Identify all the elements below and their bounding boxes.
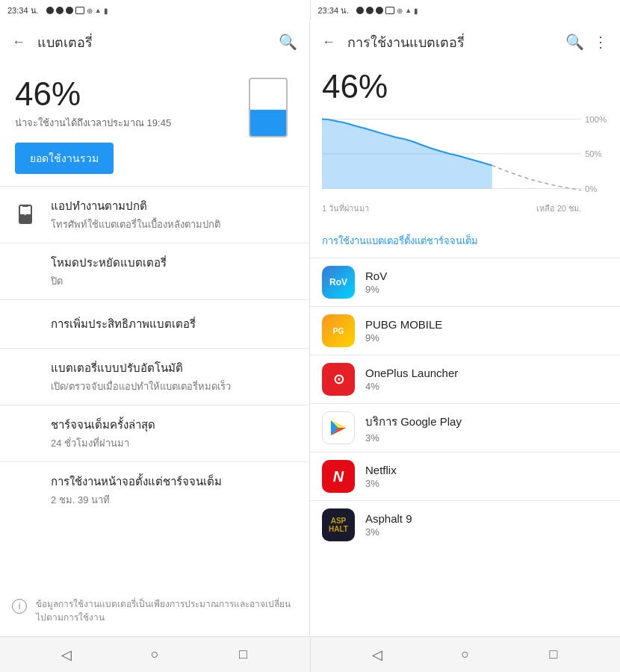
home-nav-right[interactable]: ○ <box>454 644 477 666</box>
netflix-info: Netflix 3% <box>365 464 608 489</box>
svg-text:50%: 50% <box>585 149 602 158</box>
main-area: ← แบตเตอรี่ 🔍 46% น่าจะใช้งานได้ถึงเวลาป… <box>0 21 620 636</box>
oneplus-icon: ⊙ <box>322 363 355 396</box>
status-icons-left: ⊕ ▲ ▮ <box>46 7 108 15</box>
recents-nav-left[interactable]: □ <box>232 644 254 666</box>
list-item-app-normal[interactable]: แอปทำงานตามปกติ โทรศัพท์ใช้แบตเตอรี่ในเบ… <box>0 187 309 243</box>
home-nav-left[interactable]: ○ <box>143 644 166 666</box>
app-normal-content: แอปทำงานตามปกติ โทรศัพท์ใช้แบตเตอรี่ในเบ… <box>51 197 297 232</box>
battery-percent-left: 46% <box>15 78 242 111</box>
googleplay-info: บริการ Google Play 3% <box>365 413 608 444</box>
adaptive-battery-title: แบตเตอรี่แบบปรับอัตโนมัติ <box>51 359 297 377</box>
nfc-icon-r: ⊕ <box>397 7 403 15</box>
oneplus-name: OnePlus Launcher <box>365 367 608 379</box>
screen-usage-title: การใช้งานหน้าจอตั้งแต่ชาร์จจนเต็ม <box>51 473 297 491</box>
adaptive-battery-subtitle: เปิด/ตรวจจับเมื่อแอปทำให้แบตเตอรี่หมดเร็… <box>51 379 297 394</box>
img-icon-r <box>385 7 394 14</box>
adaptive-battery-content: แบตเตอรี่แบบปรับอัตโนมัติ เปิด/ตรวจจับเม… <box>51 359 297 394</box>
svg-text:0%: 0% <box>585 184 597 193</box>
app-item-asphalt[interactable]: ASPHALT Asphalt 9 3% <box>310 501 620 549</box>
netflix-usage: 3% <box>365 478 608 489</box>
last-charged-icon <box>12 420 39 447</box>
usage-summary-button[interactable]: ยอดใช้งานรวม <box>15 143 114 174</box>
time-left: 23:34 น. <box>7 4 39 17</box>
dot1-icon <box>56 7 63 14</box>
chart-labels-bottom: 1 วันที่ผ่านมา เหลือ 20 ชม. <box>322 202 608 215</box>
rov-usage: 9% <box>365 284 608 295</box>
left-top-icons: 🔍 <box>279 33 297 51</box>
rov-name: RoV <box>365 270 608 282</box>
battery-icon-left: ▮ <box>104 7 108 15</box>
svg-rect-2 <box>19 214 31 223</box>
right-top-icons: 🔍 ⋮ <box>565 33 608 51</box>
chart-label-start: 1 วันที่ผ่านมา <box>322 202 369 215</box>
usage-link[interactable]: การใช้งานแบตเตอรี่ตั้งแต่ชาร์จจนเต็ม <box>310 227 620 258</box>
screen-usage-icon <box>12 477 39 504</box>
time-right: 23:34 น. <box>318 4 350 17</box>
right-panel-title: การใช้งานแบตเตอรี่ <box>347 31 565 53</box>
pubg-icon: PG <box>322 314 355 347</box>
back-nav-right[interactable]: ◁ <box>366 644 388 666</box>
app-item-googleplay[interactable]: บริการ Google Play 3% <box>310 404 620 452</box>
list-item-last-charged[interactable]: ชาร์จจนเต็มครั้งล่าสุด 24 ชั่วโมงที่ผ่าน… <box>0 405 309 461</box>
battery-save-icon <box>12 258 39 285</box>
battery-chart-svg: 100% 50% 0% <box>322 109 608 199</box>
left-top-bar: ← แบตเตอรี่ 🔍 <box>0 21 309 63</box>
last-charged-title: ชาร์จจนเต็มครั้งล่าสุด <box>51 416 297 434</box>
list-item-battery-save[interactable]: โหมดประหยัดแบตเตอรี่ ปิด <box>0 243 309 299</box>
battery-info: 46% น่าจะใช้งานได้ถึงเวลาประมาณ 19:45 ยอ… <box>15 78 242 174</box>
dot2-icon-r <box>376 7 383 14</box>
chart-label-end: เหลือ 20 ชม. <box>536 202 581 215</box>
googleplay-name: บริการ Google Play <box>365 413 608 431</box>
app-item-netflix[interactable]: N Netflix 3% <box>310 452 620 500</box>
svg-rect-1 <box>22 205 28 207</box>
last-charged-subtitle: 24 ชั่วโมงที่ผ่านมา <box>51 435 297 451</box>
list-item-battery-enhance[interactable]: การเพิ่มประสิทธิภาพแบตเตอรี่ <box>0 300 309 348</box>
nav-left: ◁ ○ □ <box>0 637 310 672</box>
app-item-pubg[interactable]: PG PUBG MOBILE 9% <box>310 307 620 355</box>
right-panel: ← การใช้งานแบตเตอรี่ 🔍 ⋮ 46% <box>310 21 620 636</box>
asphalt-info: Asphalt 9 3% <box>365 512 608 538</box>
search-icon-right[interactable]: 🔍 <box>565 33 584 51</box>
screen-usage-content: การใช้งานหน้าจอตั้งแต่ชาร์จจนเต็ม 2 ชม. … <box>51 473 297 508</box>
battery-fill <box>250 110 286 136</box>
back-button-right[interactable]: ← <box>322 34 335 50</box>
right-top-bar: ← การใช้งานแบตเตอรี่ 🔍 ⋮ <box>310 21 620 63</box>
dot1-icon-r <box>366 7 373 14</box>
pubg-name: PUBG MOBILE <box>365 318 608 331</box>
back-nav-left[interactable]: ◁ <box>55 644 78 666</box>
app-item-oneplus[interactable]: ⊙ OnePlus Launcher 4% <box>310 355 620 403</box>
pubg-usage: 9% <box>365 332 608 343</box>
info-note: i ข้อมูลการใช้งานแบตเตอรี่เป็นเพียงการปร… <box>0 585 309 636</box>
more-icon-right[interactable]: ⋮ <box>593 33 608 51</box>
asphalt-name: Asphalt 9 <box>365 512 608 525</box>
status-icons-right: ⊕ ▲ ▮ <box>356 7 418 15</box>
list-item-adaptive-battery[interactable]: แบตเตอรี่แบบปรับอัตโนมัติ เปิด/ตรวจจับเม… <box>0 349 309 405</box>
battery-save-content: โหมดประหยัดแบตเตอรี่ ปิด <box>51 254 297 289</box>
screen-usage-subtitle: 2 ชม. 39 นาที <box>51 492 297 508</box>
battery-icon-container <box>242 78 294 137</box>
back-button-left[interactable]: ← <box>12 34 25 50</box>
img-icon <box>75 7 84 14</box>
battery-enhance-content: การเพิ่มประสิทธิภาพแบตเตอรี่ <box>51 315 297 333</box>
recents-nav-right[interactable]: □ <box>542 644 565 666</box>
app-item-rov[interactable]: RoV RoV 9% <box>310 258 620 306</box>
battery-section: 46% น่าจะใช้งานได้ถึงเวลาประมาณ 19:45 ยอ… <box>0 63 309 186</box>
nfc-icon: ⊕ <box>87 7 93 15</box>
netflix-icon: N <box>322 460 355 493</box>
search-icon-left[interactable]: 🔍 <box>279 33 297 51</box>
mail-icon-r <box>356 7 364 14</box>
pubg-info: PUBG MOBILE 9% <box>365 318 608 343</box>
app-normal-subtitle: โทรศัพท์ใช้แบตเตอรี่ในเบื้องหลังตามปกติ <box>51 217 297 232</box>
netflix-name: Netflix <box>365 464 608 476</box>
mail-icon <box>46 7 54 14</box>
list-item-screen-usage[interactable]: การใช้งานหน้าจอตั้งแต่ชาร์จจนเต็ม 2 ชม. … <box>0 462 309 518</box>
googleplay-usage: 3% <box>365 432 608 444</box>
battery-charging-icon <box>12 202 39 228</box>
left-panel: ← แบตเตอรี่ 🔍 46% น่าจะใช้งานได้ถึงเวลาป… <box>0 21 310 636</box>
rov-icon: RoV <box>322 266 355 299</box>
signal-icon: ▲ <box>95 7 102 14</box>
app-normal-title: แอปทำงานตามปกติ <box>51 197 297 215</box>
last-charged-content: ชาร์จจนเต็มครั้งล่าสุด 24 ชั่วโมงที่ผ่าน… <box>51 416 297 451</box>
battery-enhance-title: การเพิ่มประสิทธิภาพแบตเตอรี่ <box>51 315 297 333</box>
